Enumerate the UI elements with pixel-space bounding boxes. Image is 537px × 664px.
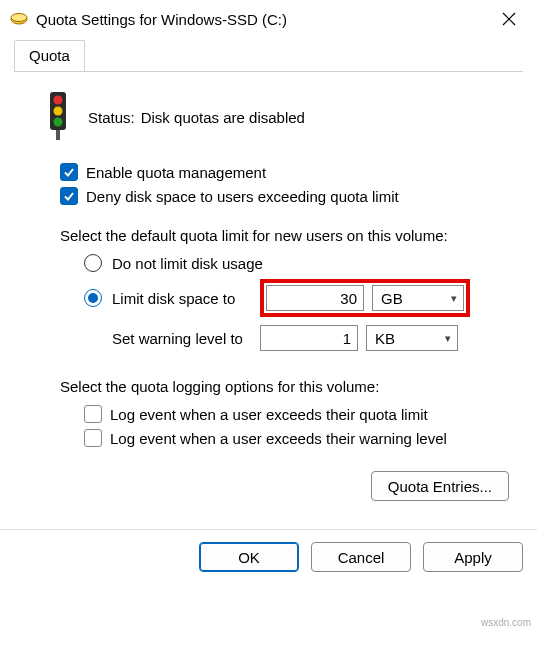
status-label: Status: [88,109,135,126]
tab-quota[interactable]: Quota [14,40,85,71]
checkmark-icon [63,190,75,202]
deny-space-checkbox[interactable] [60,187,78,205]
log-warn-label: Log event when a user exceeds their warn… [110,430,447,447]
status-text: Disk quotas are disabled [141,109,305,126]
no-limit-label: Do not limit disk usage [112,255,263,272]
logging-heading: Select the quota logging options for thi… [60,378,515,395]
tab-strip: Quota [14,40,523,72]
watermark: wsxdn.com [481,617,531,628]
disk-icon [10,10,28,28]
limit-radio[interactable] [84,289,102,307]
close-button[interactable] [489,4,529,34]
button-bar: OK Cancel Apply [0,529,537,586]
deny-space-label: Deny disk space to users exceeding quota… [86,188,399,205]
log-warn-checkbox[interactable] [84,429,102,447]
cancel-button[interactable]: Cancel [311,542,411,572]
warn-value-input[interactable] [260,325,358,351]
limit-value-input[interactable] [266,285,364,311]
warn-label: Set warning level to [84,330,252,347]
warn-unit-value: KB [375,330,395,347]
window-title: Quota Settings for Windows-SSD (C:) [36,11,489,28]
apply-button[interactable]: Apply [423,542,523,572]
enable-quota-label: Enable quota management [86,164,266,181]
traffic-light-icon [42,90,74,145]
ok-button[interactable]: OK [199,542,299,572]
svg-point-1 [11,14,27,22]
limit-label: Limit disk space to [112,290,252,307]
svg-point-7 [54,118,63,127]
highlight-box: GB ▾ [260,279,470,317]
quota-entries-button[interactable]: Quota Entries... [371,471,509,501]
chevron-down-icon: ▾ [445,332,451,345]
log-quota-checkbox[interactable] [84,405,102,423]
close-icon [502,12,516,26]
default-limit-heading: Select the default quota limit for new u… [60,227,515,244]
enable-quota-checkbox[interactable] [60,163,78,181]
no-limit-radio[interactable] [84,254,102,272]
svg-rect-8 [56,130,60,140]
svg-point-5 [54,96,63,105]
warn-unit-select[interactable]: KB ▾ [366,325,458,351]
svg-point-6 [54,107,63,116]
limit-unit-value: GB [381,290,403,307]
log-quota-label: Log event when a user exceeds their quot… [110,406,428,423]
title-bar: Quota Settings for Windows-SSD (C:) [0,0,537,38]
checkmark-icon [63,166,75,178]
limit-unit-select[interactable]: GB ▾ [372,285,464,311]
chevron-down-icon: ▾ [451,292,457,305]
